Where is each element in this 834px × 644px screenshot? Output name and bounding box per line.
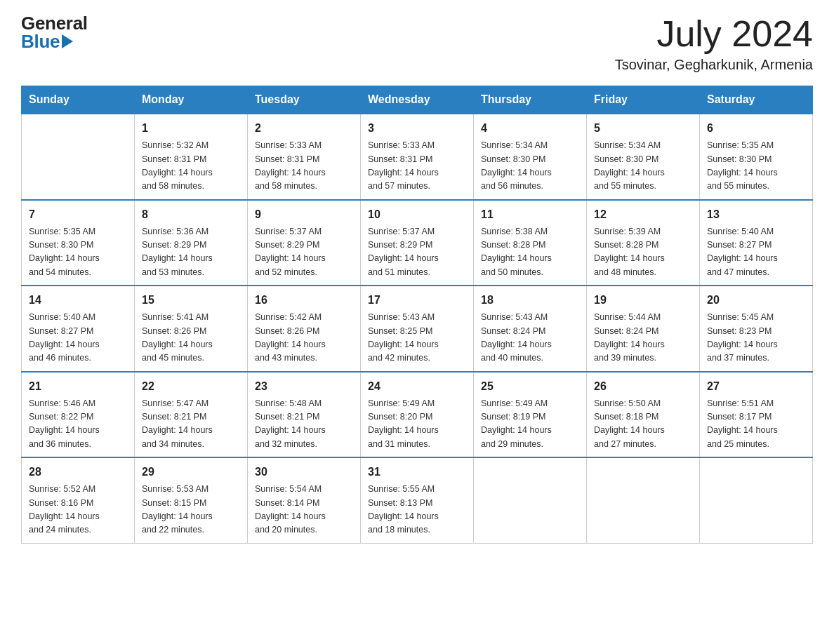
calendar-header-sunday: Sunday bbox=[22, 86, 135, 114]
calendar-header-monday: Monday bbox=[135, 86, 248, 114]
day-info: Sunrise: 5:37 AM Sunset: 8:29 PM Dayligh… bbox=[368, 225, 466, 280]
calendar-day-cell: 31Sunrise: 5:55 AM Sunset: 8:13 PM Dayli… bbox=[361, 457, 474, 543]
calendar-day-cell: 22Sunrise: 5:47 AM Sunset: 8:21 PM Dayli… bbox=[135, 372, 248, 458]
day-info: Sunrise: 5:53 AM Sunset: 8:15 PM Dayligh… bbox=[142, 483, 240, 537]
day-info: Sunrise: 5:49 AM Sunset: 8:19 PM Dayligh… bbox=[481, 397, 579, 452]
day-number: 26 bbox=[594, 378, 692, 395]
calendar-header-row: SundayMondayTuesdayWednesdayThursdayFrid… bbox=[22, 86, 813, 114]
calendar-day-cell: 9Sunrise: 5:37 AM Sunset: 8:29 PM Daylig… bbox=[248, 200, 361, 286]
day-number: 20 bbox=[707, 292, 805, 309]
calendar-week-row: 1Sunrise: 5:32 AM Sunset: 8:31 PM Daylig… bbox=[22, 114, 813, 200]
calendar-day-cell bbox=[700, 457, 813, 543]
day-info: Sunrise: 5:42 AM Sunset: 8:26 PM Dayligh… bbox=[255, 311, 353, 365]
calendar-week-row: 14Sunrise: 5:40 AM Sunset: 8:27 PM Dayli… bbox=[22, 286, 813, 372]
calendar-day-cell: 7Sunrise: 5:35 AM Sunset: 8:30 PM Daylig… bbox=[22, 200, 135, 286]
calendar-day-cell: 18Sunrise: 5:43 AM Sunset: 8:24 PM Dayli… bbox=[474, 286, 587, 372]
calendar-day-cell: 19Sunrise: 5:44 AM Sunset: 8:24 PM Dayli… bbox=[587, 286, 700, 372]
calendar-table: SundayMondayTuesdayWednesdayThursdayFrid… bbox=[21, 86, 813, 544]
day-info: Sunrise: 5:38 AM Sunset: 8:28 PM Dayligh… bbox=[481, 225, 579, 280]
calendar-day-cell: 4Sunrise: 5:34 AM Sunset: 8:30 PM Daylig… bbox=[474, 114, 587, 200]
day-info: Sunrise: 5:54 AM Sunset: 8:14 PM Dayligh… bbox=[255, 483, 353, 537]
day-number: 27 bbox=[707, 378, 805, 395]
calendar-day-cell: 8Sunrise: 5:36 AM Sunset: 8:29 PM Daylig… bbox=[135, 200, 248, 286]
day-info: Sunrise: 5:34 AM Sunset: 8:30 PM Dayligh… bbox=[594, 139, 692, 194]
day-number: 6 bbox=[707, 120, 805, 137]
day-info: Sunrise: 5:47 AM Sunset: 8:21 PM Dayligh… bbox=[142, 397, 240, 452]
day-number: 16 bbox=[255, 292, 353, 309]
day-info: Sunrise: 5:55 AM Sunset: 8:13 PM Dayligh… bbox=[368, 483, 466, 537]
calendar-header-thursday: Thursday bbox=[474, 86, 587, 114]
calendar-day-cell: 11Sunrise: 5:38 AM Sunset: 8:28 PM Dayli… bbox=[474, 200, 587, 286]
day-info: Sunrise: 5:49 AM Sunset: 8:20 PM Dayligh… bbox=[368, 397, 466, 452]
day-number: 5 bbox=[594, 120, 692, 137]
calendar-week-row: 7Sunrise: 5:35 AM Sunset: 8:30 PM Daylig… bbox=[22, 200, 813, 286]
day-info: Sunrise: 5:34 AM Sunset: 8:30 PM Dayligh… bbox=[481, 139, 579, 194]
day-info: Sunrise: 5:33 AM Sunset: 8:31 PM Dayligh… bbox=[368, 139, 466, 194]
day-number: 11 bbox=[481, 206, 579, 223]
logo-triangle-icon bbox=[62, 34, 73, 48]
calendar-day-cell bbox=[474, 457, 587, 543]
calendar-day-cell: 20Sunrise: 5:45 AM Sunset: 8:23 PM Dayli… bbox=[700, 286, 813, 372]
day-number: 13 bbox=[707, 206, 805, 223]
day-number: 29 bbox=[142, 464, 240, 481]
calendar-day-cell: 17Sunrise: 5:43 AM Sunset: 8:25 PM Dayli… bbox=[361, 286, 474, 372]
day-info: Sunrise: 5:35 AM Sunset: 8:30 PM Dayligh… bbox=[29, 225, 127, 280]
title-block: July 2024 Tsovinar, Gegharkunik, Armenia bbox=[615, 14, 813, 73]
day-number: 1 bbox=[142, 120, 240, 137]
day-number: 31 bbox=[368, 464, 466, 481]
day-info: Sunrise: 5:43 AM Sunset: 8:24 PM Dayligh… bbox=[481, 311, 579, 365]
calendar-day-cell: 14Sunrise: 5:40 AM Sunset: 8:27 PM Dayli… bbox=[22, 286, 135, 372]
calendar-day-cell bbox=[22, 114, 135, 200]
calendar-header-wednesday: Wednesday bbox=[361, 86, 474, 114]
day-info: Sunrise: 5:33 AM Sunset: 8:31 PM Dayligh… bbox=[255, 139, 353, 194]
calendar-day-cell: 13Sunrise: 5:40 AM Sunset: 8:27 PM Dayli… bbox=[700, 200, 813, 286]
calendar-header-tuesday: Tuesday bbox=[248, 86, 361, 114]
day-number: 14 bbox=[29, 292, 127, 309]
calendar-day-cell: 28Sunrise: 5:52 AM Sunset: 8:16 PM Dayli… bbox=[22, 457, 135, 543]
calendar-day-cell: 10Sunrise: 5:37 AM Sunset: 8:29 PM Dayli… bbox=[361, 200, 474, 286]
day-info: Sunrise: 5:51 AM Sunset: 8:17 PM Dayligh… bbox=[707, 397, 805, 452]
calendar-day-cell: 30Sunrise: 5:54 AM Sunset: 8:14 PM Dayli… bbox=[248, 457, 361, 543]
day-info: Sunrise: 5:40 AM Sunset: 8:27 PM Dayligh… bbox=[29, 311, 127, 365]
calendar-day-cell: 15Sunrise: 5:41 AM Sunset: 8:26 PM Dayli… bbox=[135, 286, 248, 372]
calendar-day-cell: 25Sunrise: 5:49 AM Sunset: 8:19 PM Dayli… bbox=[474, 372, 587, 458]
day-info: Sunrise: 5:48 AM Sunset: 8:21 PM Dayligh… bbox=[255, 397, 353, 452]
calendar-day-cell: 3Sunrise: 5:33 AM Sunset: 8:31 PM Daylig… bbox=[361, 114, 474, 200]
logo: General Blue bbox=[21, 14, 88, 51]
day-number: 18 bbox=[481, 292, 579, 309]
day-number: 22 bbox=[142, 378, 240, 395]
day-number: 21 bbox=[29, 378, 127, 395]
calendar-day-cell: 6Sunrise: 5:35 AM Sunset: 8:30 PM Daylig… bbox=[700, 114, 813, 200]
day-info: Sunrise: 5:46 AM Sunset: 8:22 PM Dayligh… bbox=[29, 397, 127, 452]
calendar-header-saturday: Saturday bbox=[700, 86, 813, 114]
day-info: Sunrise: 5:40 AM Sunset: 8:27 PM Dayligh… bbox=[707, 225, 805, 280]
calendar-day-cell: 29Sunrise: 5:53 AM Sunset: 8:15 PM Dayli… bbox=[135, 457, 248, 543]
calendar-day-cell bbox=[587, 457, 700, 543]
day-info: Sunrise: 5:43 AM Sunset: 8:25 PM Dayligh… bbox=[368, 311, 466, 365]
day-info: Sunrise: 5:37 AM Sunset: 8:29 PM Dayligh… bbox=[255, 225, 353, 280]
day-info: Sunrise: 5:41 AM Sunset: 8:26 PM Dayligh… bbox=[142, 311, 240, 365]
day-info: Sunrise: 5:32 AM Sunset: 8:31 PM Dayligh… bbox=[142, 139, 240, 194]
calendar-day-cell: 5Sunrise: 5:34 AM Sunset: 8:30 PM Daylig… bbox=[587, 114, 700, 200]
calendar-day-cell: 21Sunrise: 5:46 AM Sunset: 8:22 PM Dayli… bbox=[22, 372, 135, 458]
day-info: Sunrise: 5:52 AM Sunset: 8:16 PM Dayligh… bbox=[29, 483, 127, 537]
month-year-title: July 2024 bbox=[615, 14, 813, 54]
calendar-day-cell: 23Sunrise: 5:48 AM Sunset: 8:21 PM Dayli… bbox=[248, 372, 361, 458]
day-number: 17 bbox=[368, 292, 466, 309]
day-info: Sunrise: 5:35 AM Sunset: 8:30 PM Dayligh… bbox=[707, 139, 805, 194]
day-number: 15 bbox=[142, 292, 240, 309]
calendar-day-cell: 2Sunrise: 5:33 AM Sunset: 8:31 PM Daylig… bbox=[248, 114, 361, 200]
day-info: Sunrise: 5:39 AM Sunset: 8:28 PM Dayligh… bbox=[594, 225, 692, 280]
calendar-header-friday: Friday bbox=[587, 86, 700, 114]
day-number: 7 bbox=[29, 206, 127, 223]
day-number: 12 bbox=[594, 206, 692, 223]
day-info: Sunrise: 5:50 AM Sunset: 8:18 PM Dayligh… bbox=[594, 397, 692, 452]
day-number: 9 bbox=[255, 206, 353, 223]
day-number: 23 bbox=[255, 378, 353, 395]
calendar-day-cell: 24Sunrise: 5:49 AM Sunset: 8:20 PM Dayli… bbox=[361, 372, 474, 458]
day-number: 3 bbox=[368, 120, 466, 137]
day-number: 28 bbox=[29, 464, 127, 481]
day-number: 4 bbox=[481, 120, 579, 137]
day-number: 30 bbox=[255, 464, 353, 481]
calendar-day-cell: 26Sunrise: 5:50 AM Sunset: 8:18 PM Dayli… bbox=[587, 372, 700, 458]
